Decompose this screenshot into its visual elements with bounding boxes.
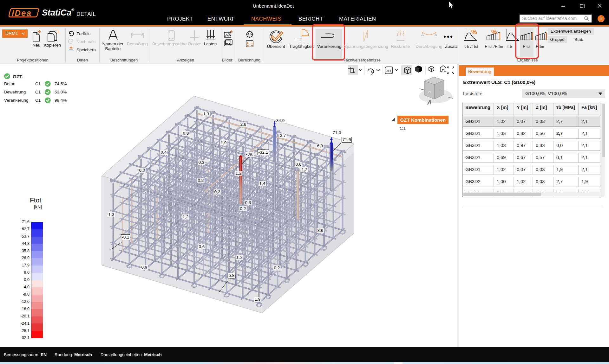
svg-text:+Y: +Y <box>428 91 431 94</box>
svg-text:3D: 3D <box>386 69 391 73</box>
svg-text:−: − <box>439 87 441 90</box>
